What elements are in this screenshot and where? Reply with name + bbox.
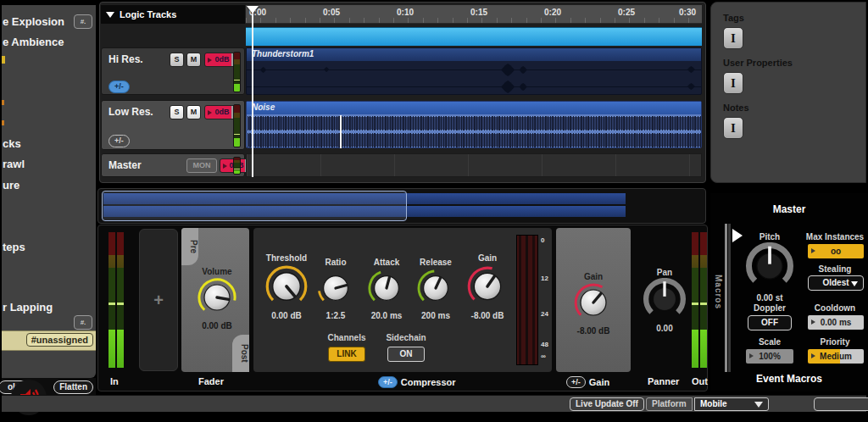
macros-strip [725, 224, 727, 372]
compressor-deck[interactable]: Threshold 0.00 dB Ratio 1:2.5 Attack 20.… [253, 228, 552, 372]
gain-label: +/-Gain [566, 376, 609, 388]
solo-button[interactable]: S [170, 53, 184, 67]
event-list-item[interactable]: ure [3, 179, 97, 192]
monitor-button[interactable]: MON [186, 158, 217, 173]
track-fader-button[interactable]: 0dB [204, 105, 236, 119]
add-tag-field[interactable]: I [723, 27, 743, 49]
event-list-item[interactable]: rawl [3, 158, 97, 170]
event-list-item[interactable]: e Ambience [3, 36, 97, 48]
waveform-channel [247, 62, 701, 78]
tag-count-badge[interactable]: #. [74, 14, 92, 29]
gain-deck[interactable]: Gain -8.00 dB [556, 228, 631, 372]
overview-view-window[interactable] [102, 191, 407, 221]
meter-scale-label: 24 [541, 310, 548, 318]
attack-knob-label: Attack [374, 258, 400, 267]
doppler-off-button[interactable]: OFF [748, 315, 792, 330]
pitch-value[interactable]: 0.00 st [756, 293, 782, 303]
logic-tracks-header[interactable]: Logic Tracks [101, 5, 245, 24]
live-update-button[interactable]: Live Update Off [570, 397, 644, 411]
playhead-line[interactable] [252, 7, 253, 177]
clip-name[interactable]: Noise [247, 102, 701, 114]
event-list-item[interactable]: cks [3, 137, 97, 150]
track-expand-badge[interactable]: +/- [108, 135, 130, 147]
ratio-knob-value[interactable]: 1:2.5 [326, 311, 346, 320]
notes-label: Notes [723, 103, 865, 113]
attack-knob[interactable] [367, 269, 406, 308]
waveform-channel [248, 116, 701, 130]
notes-field[interactable]: I [723, 117, 743, 139]
master-track-lane[interactable] [246, 153, 702, 177]
post-tab[interactable]: Post [232, 335, 249, 372]
pitch-knob[interactable] [746, 242, 793, 290]
timeline-ruler[interactable]: 0:00 0:05 0:10 0:15 0:20 0:25 0:30 [246, 5, 702, 24]
solo-button[interactable]: S [170, 105, 184, 119]
flatten-button[interactable]: Flatten [53, 380, 93, 394]
comp-gain-knob-value[interactable]: -8.00 dB [471, 311, 504, 320]
comp-gain-knob[interactable] [466, 265, 509, 308]
playhead-marker-icon[interactable] [247, 6, 259, 14]
event-color-sliver [2, 120, 4, 125]
macros-strip-label: Macros [714, 275, 723, 309]
add-user-property-field[interactable]: I [723, 72, 743, 94]
release-knob[interactable] [416, 269, 455, 308]
loop-region-bar[interactable] [246, 27, 702, 46]
clip-name[interactable]: Thunderstorm1 [247, 48, 701, 61]
clip-noise[interactable]: Noise [246, 101, 702, 148]
event-macros-panel: Master Macros Pitch 0.00 st Max Instance… [710, 193, 868, 391]
event-macros-label: Event Macros [710, 373, 868, 385]
threshold-knob-value[interactable]: 0.00 dB [271, 311, 302, 320]
channels-link-button[interactable]: LINK [328, 347, 365, 362]
status-field[interactable] [814, 397, 868, 411]
stealing-dropdown[interactable]: Oldest [808, 275, 864, 291]
mute-button[interactable]: M [186, 53, 201, 67]
sync-point-line[interactable] [340, 115, 342, 148]
scale-field[interactable]: 100% [746, 349, 793, 364]
ratio-knob[interactable] [316, 269, 355, 308]
tag-count-badge[interactable]: #. [74, 315, 92, 330]
play-triangle-icon[interactable] [732, 229, 743, 242]
browser-sidebar: e Explosion #. e Ambience cks rawl ure t… [2, 5, 96, 378]
track-meter [233, 52, 241, 92]
unassigned-tag[interactable]: #unassigned [26, 333, 93, 347]
in-label: In [110, 376, 119, 386]
gain-knob[interactable] [573, 282, 614, 323]
priority-label: Priority [820, 337, 849, 347]
pan-knob-value[interactable]: 0.00 [656, 324, 672, 333]
event-list-item[interactable]: r Lapping [3, 301, 97, 314]
priority-slider[interactable]: Medium [808, 349, 864, 364]
volume-knob[interactable] [197, 277, 237, 318]
cooldown-field[interactable]: 0.00 ms [808, 315, 864, 330]
bypass-badge[interactable]: +/- [566, 376, 586, 388]
mute-button[interactable]: M [186, 105, 201, 119]
threshold-knob[interactable] [264, 264, 309, 308]
event-list-item[interactable]: teps [3, 241, 97, 253]
collapse-triangle-icon[interactable] [106, 12, 114, 18]
track-fader-button[interactable]: 0dB [204, 53, 236, 67]
output-meter [692, 232, 707, 368]
attack-knob-value[interactable]: 20.0 ms [371, 311, 403, 320]
release-knob-value[interactable]: 200 ms [421, 311, 450, 320]
platform-dropdown[interactable]: Mobile [694, 397, 769, 411]
unassigned-row[interactable]: #unassigned [2, 330, 96, 351]
gain-knob-value[interactable]: -8.00 dB [577, 326, 610, 336]
ruler-tick-label: 0:05 [323, 8, 340, 17]
timeline-overview[interactable] [97, 188, 706, 224]
channels-label: Channels [327, 333, 365, 342]
fader-deck[interactable]: Pre Post Volume 0.00 dB [181, 228, 249, 372]
pan-knob[interactable] [643, 278, 686, 320]
track-expand-badge[interactable]: +/- [108, 81, 130, 93]
track-row-hi-res[interactable]: Hi Res. S M 0dB +/- [101, 47, 245, 95]
clip-thunderstorm[interactable]: Thunderstorm1 [246, 47, 702, 95]
track-row-master[interactable]: Master MON 0dB [101, 153, 245, 177]
pre-tab[interactable]: Pre [181, 228, 198, 265]
meter-scale-label: 0 [541, 236, 544, 244]
add-effect-deck[interactable]: + [139, 229, 178, 371]
max-instances-field[interactable]: oo [808, 244, 864, 258]
triangle-icon [811, 248, 815, 253]
threshold-knob-label: Threshold [266, 253, 307, 263]
bypass-badge[interactable]: +/- [378, 376, 398, 388]
sidechain-on-button[interactable]: ON [387, 347, 425, 362]
track-row-low-res[interactable]: Low Res. S M 0dB +/- [101, 100, 245, 150]
volume-knob-value[interactable]: 0.00 dB [202, 321, 232, 330]
timeline: 0:00 0:05 0:10 0:15 0:20 0:25 0:30 Thund… [246, 2, 702, 183]
